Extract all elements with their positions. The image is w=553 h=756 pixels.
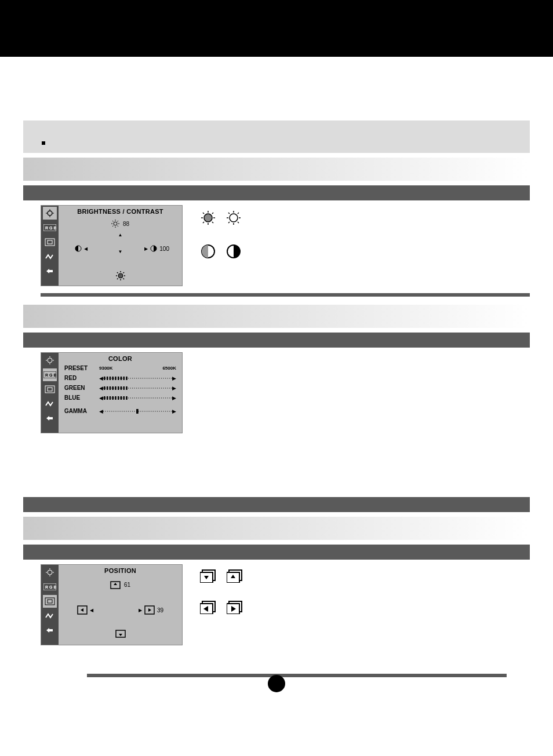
sun-white-icon	[225, 210, 242, 226]
sidebar-brightness-icon[interactable]	[43, 207, 57, 220]
osd-main-area: COLOR PRESET 9300K 6500K RED ◀▶ GREEN ◀▶	[59, 353, 182, 433]
svg-line-28	[123, 272, 124, 273]
footer-separator	[87, 674, 507, 677]
sidebar-position-icon[interactable]	[43, 236, 57, 249]
osd-color-panel: R G B COLOR PRESET 9300K 6500K	[41, 352, 183, 433]
svg-line-25	[117, 272, 118, 273]
svg-line-44	[238, 222, 239, 223]
section-dark-bar-position	[23, 545, 530, 560]
gamma-slider[interactable]: ◀▶	[99, 408, 176, 414]
page-header-black-bar	[0, 0, 553, 57]
sidebar-position-icon[interactable]	[43, 595, 57, 608]
red-slider[interactable]: ◀▶	[99, 375, 176, 381]
osd-position-panel: R G B POSITION 61	[41, 564, 183, 645]
preset-option-0[interactable]: 9300K	[99, 366, 113, 371]
section-dark-bar-color	[23, 333, 530, 348]
svg-line-27	[117, 279, 118, 280]
osd-sidebar: R G B	[41, 565, 59, 645]
contrast-full-icon	[150, 245, 157, 252]
blue-label: BLUE	[64, 395, 94, 401]
bullet-square-icon	[42, 141, 45, 145]
brightness-readout: 88	[59, 220, 182, 228]
sidebar-setup-icon[interactable]	[43, 609, 57, 622]
sun-grey-icon	[200, 210, 216, 226]
position-right: ▶ 39	[139, 605, 163, 615]
svg-line-46	[238, 213, 239, 214]
sidebar-brightness-icon[interactable]	[43, 354, 57, 367]
svg-rect-7	[45, 239, 54, 246]
svg-point-38	[230, 214, 238, 222]
color-blue-row: BLUE ◀▶	[64, 393, 176, 403]
svg-line-35	[212, 222, 213, 223]
color-red-row: RED ◀▶	[64, 373, 176, 383]
svg-line-17	[117, 221, 118, 222]
position-vertical-readout: 61	[59, 580, 182, 589]
contrast-grey-icon	[200, 243, 216, 260]
gamma-label: GAMMA	[64, 408, 94, 414]
position-horizontal-icon-pair	[200, 600, 244, 614]
sidebar-rgb-icon[interactable]: R G B	[43, 221, 57, 234]
screen-right-icon	[144, 605, 155, 615]
green-slider[interactable]: ◀▶	[99, 385, 176, 391]
preset-option-1[interactable]: 6500K	[162, 366, 176, 371]
svg-line-14	[112, 221, 114, 222]
arrow-up-icon: ▲	[118, 232, 123, 238]
sidebar-rgb-icon[interactable]: R G B	[43, 580, 57, 593]
sidebar-brightness-icon[interactable]	[43, 566, 57, 579]
screen-down-large-icon	[200, 569, 217, 583]
svg-point-29	[204, 214, 212, 222]
arrow-down-icon: ▼	[118, 249, 123, 254]
sidebar-setup-icon[interactable]	[43, 397, 57, 410]
color-preset-row: PRESET 9300K 6500K	[64, 363, 176, 373]
sidebar-exit-icon[interactable]	[43, 412, 57, 425]
svg-rect-57	[48, 388, 52, 391]
svg-point-9	[114, 222, 117, 225]
svg-line-26	[123, 279, 124, 280]
sidebar-exit-icon[interactable]	[43, 624, 57, 637]
contrast-half-icon	[75, 245, 82, 252]
section-dark-bar-position-top	[23, 497, 530, 512]
position-vertical-icon-pair	[200, 569, 244, 583]
color-gamma-row: GAMMA ◀▶	[64, 406, 176, 416]
sidebar-position-icon[interactable]	[43, 383, 57, 396]
svg-point-0	[48, 211, 52, 216]
svg-point-49	[48, 358, 52, 363]
position-bottom-icon-container	[59, 630, 182, 639]
svg-rect-98	[48, 600, 52, 603]
section-separator	[41, 293, 530, 297]
contrast-right: ▶ 100	[144, 245, 169, 252]
arrow-left-icon: ◀	[84, 246, 88, 251]
section-dark-bar	[23, 185, 530, 200]
sidebar-setup-icon[interactable]	[43, 250, 57, 263]
svg-line-34	[203, 213, 204, 214]
green-label: GREEN	[64, 385, 94, 391]
svg-text:R G B: R G B	[45, 585, 56, 589]
section-gradient-subheader	[23, 158, 530, 181]
svg-text:R G B: R G B	[45, 373, 56, 377]
screen-up-large-icon	[227, 569, 244, 583]
osd-brightness-contrast-panel: R G B BRIGHTNESS / CONTRAST 88	[41, 205, 183, 286]
sun-filled-icon	[115, 271, 126, 281]
screen-left-icon	[77, 605, 88, 615]
brightness-bottom-icon-container	[59, 271, 182, 281]
arrow-left-icon: ◀	[90, 608, 93, 613]
svg-text:R G B: R G B	[45, 226, 56, 230]
osd-sidebar: R G B	[41, 206, 59, 286]
position-left: ◀	[77, 605, 93, 615]
contrast-left: ◀	[75, 245, 88, 252]
svg-point-20	[118, 273, 123, 278]
contrast-value: 100	[159, 246, 169, 252]
screen-down-icon	[115, 630, 126, 639]
sidebar-rgb-icon[interactable]: R G B	[43, 368, 57, 381]
osd-main-area: BRIGHTNESS / CONTRAST 88 ▲ ▼ ◀	[59, 206, 182, 286]
blue-slider[interactable]: ◀▶	[99, 395, 176, 401]
sidebar-exit-icon[interactable]	[43, 265, 57, 277]
section-grey-header	[23, 120, 530, 153]
arrow-right-icon: ▶	[139, 608, 142, 613]
position-vertical-value: 61	[124, 582, 130, 588]
svg-line-15	[117, 226, 118, 227]
svg-rect-89	[136, 409, 139, 414]
screen-right-large-icon	[227, 600, 244, 614]
preset-label: PRESET	[64, 365, 94, 371]
arrow-right-icon: ▶	[144, 246, 148, 251]
